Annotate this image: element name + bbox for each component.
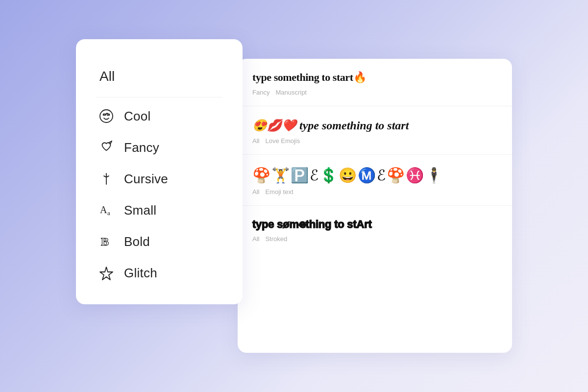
category-all-label: All bbox=[98, 62, 117, 91]
category-glitch-label: Glitch bbox=[124, 266, 157, 281]
result-tag-emoji-text: Emoji text bbox=[265, 188, 293, 196]
category-cursive-label: Cursive bbox=[124, 172, 168, 187]
category-small-label: Small bbox=[124, 203, 156, 218]
category-glitch[interactable]: Glitch bbox=[96, 257, 223, 289]
result-love-tags: All Love Emojis bbox=[252, 137, 497, 145]
category-cursive[interactable]: Cursive bbox=[96, 163, 223, 195]
category-fancy-label: Fancy bbox=[124, 140, 159, 155]
cool-icon bbox=[98, 107, 115, 125]
result-stroked[interactable]: type søme̶thing to stArt All Stroked bbox=[238, 206, 512, 253]
result-stroked-tags: All Stroked bbox=[252, 235, 497, 243]
divider bbox=[96, 97, 223, 98]
result-manuscript-text: type something to start🔥 bbox=[252, 71, 497, 85]
fancy-icon bbox=[98, 139, 115, 156]
category-bold-label: Bold bbox=[124, 234, 150, 249]
result-tag-stroked: Stroked bbox=[265, 235, 287, 243]
result-tag-all-love: All bbox=[252, 137, 259, 145]
main-container: All Cool bbox=[76, 39, 512, 353]
svg-text:a: a bbox=[107, 209, 110, 217]
result-love-emojis-text: 😍💋❤️ type something to start bbox=[252, 118, 497, 133]
glitch-icon bbox=[98, 264, 115, 282]
cursive-icon bbox=[98, 170, 115, 188]
bold-icon: B bbox=[98, 233, 115, 250]
svg-rect-1 bbox=[103, 114, 106, 116]
result-manuscript-tags: Fancy Manuscript bbox=[252, 89, 497, 96]
category-fancy[interactable]: Fancy bbox=[96, 132, 223, 163]
result-emoji-text-display: 🍄🏋️🅿️ℰ💲😀Ⓜ️ℰ🍄♓🕴️ bbox=[252, 167, 497, 184]
category-small[interactable]: A a Small bbox=[96, 195, 223, 226]
small-icon: A a bbox=[98, 201, 115, 219]
result-stroked-text: type søme̶thing to stArt bbox=[252, 218, 497, 232]
category-all[interactable]: All bbox=[96, 55, 223, 96]
result-manuscript[interactable]: type something to start🔥 Fancy Manuscrip… bbox=[238, 59, 512, 106]
svg-text:B: B bbox=[101, 235, 109, 248]
result-love-emojis[interactable]: 😍💋❤️ type something to start All Love Em… bbox=[238, 106, 512, 155]
svg-text:A: A bbox=[100, 204, 107, 215]
svg-point-0 bbox=[100, 110, 113, 122]
result-emoji-text[interactable]: 🍄🏋️🅿️ℰ💲😀Ⓜ️ℰ🍄♓🕴️ All Emoji text bbox=[238, 155, 512, 206]
result-tag-love-emojis: Love Emojis bbox=[265, 137, 300, 145]
category-cool-label: Cool bbox=[124, 109, 151, 124]
result-emoji-tags: All Emoji text bbox=[252, 188, 497, 196]
result-tag-all-emoji: All bbox=[252, 188, 259, 196]
svg-marker-9 bbox=[100, 267, 113, 280]
result-tag-all-stroked: All bbox=[252, 235, 259, 243]
results-panel: type something to start🔥 Fancy Manuscrip… bbox=[238, 59, 512, 353]
result-tag-fancy: Fancy bbox=[252, 89, 270, 96]
category-cool[interactable]: Cool bbox=[96, 100, 223, 132]
category-panel: All Cool bbox=[76, 39, 243, 304]
category-bold[interactable]: B Bold bbox=[96, 226, 223, 257]
result-tag-manuscript: Manuscript bbox=[275, 89, 307, 96]
